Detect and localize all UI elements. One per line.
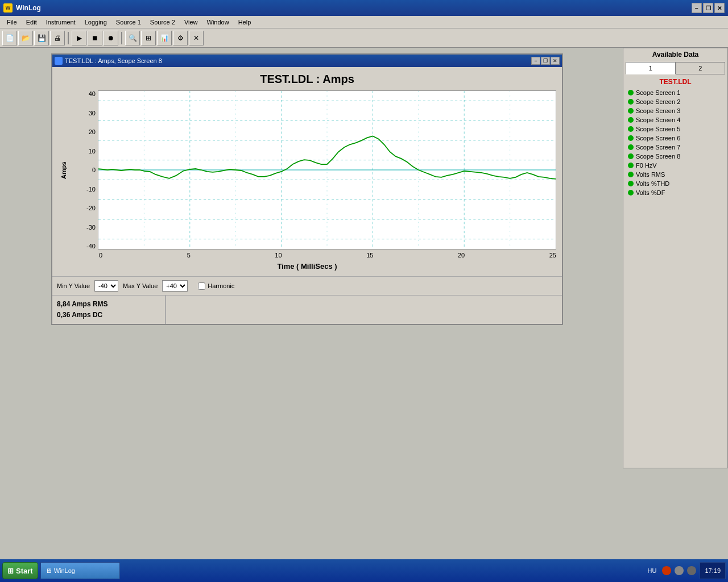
data-item-1[interactable]: Scope Screen 2 <box>626 97 725 106</box>
data-item-6[interactable]: Scope Screen 7 <box>626 143 725 152</box>
app-icon: W <box>3 3 13 13</box>
x-tick-15: 15 <box>366 252 373 259</box>
min-y-label: Min Y Value <box>57 282 90 289</box>
x-tick-10: 10 <box>275 252 282 259</box>
toolbar-btn-print[interactable]: 🖨 <box>50 31 65 45</box>
data-item-label-0: Scope Screen 1 <box>636 89 680 96</box>
data-item-0[interactable]: Scope Screen 1 <box>626 88 725 97</box>
toolbar-btn-new[interactable]: 📄 <box>2 31 17 45</box>
y-axis-labels: 40 30 20 10 0 -10 -20 -30 -40 <box>69 90 98 250</box>
title-bar: W WinLog − ❐ ✕ <box>0 0 728 16</box>
data-item-4[interactable]: Scope Screen 5 <box>626 124 725 134</box>
min-y-select[interactable]: -40 -20 -10 <box>94 280 118 292</box>
dc-value: 0,36 Amps DC <box>57 310 160 321</box>
chart-svg[interactable] <box>98 90 556 250</box>
data-item-8[interactable]: F0 HzV <box>626 161 725 170</box>
data-item-11[interactable]: Volts %DF <box>626 188 725 197</box>
menu-item-window[interactable]: Window <box>202 18 234 27</box>
y-tick-20: 20 <box>89 128 96 135</box>
x-axis-labels: 0 5 10 15 20 25 <box>99 252 556 259</box>
data-item-label-7: Scope Screen 8 <box>636 153 680 160</box>
start-label: Start <box>16 567 33 575</box>
data-tab-2[interactable]: 2 <box>676 62 726 74</box>
data-item-dot-0 <box>628 90 634 95</box>
data-items-list: Scope Screen 1Scope Screen 2Scope Screen… <box>626 88 725 197</box>
toolbar-btn-close[interactable]: ✕ <box>189 31 204 45</box>
harmonic-checkbox-container: Harmonic <box>198 282 234 290</box>
chart-plot <box>98 90 556 251</box>
close-button[interactable]: ✕ <box>714 3 725 13</box>
chart-close-button[interactable]: ✕ <box>551 57 560 65</box>
toolbar-btn-chart[interactable]: 📊 <box>157 31 172 45</box>
toolbar-btn-stop[interactable]: ⏹ <box>88 31 102 45</box>
x-tick-0: 0 <box>99 252 102 259</box>
data-item-label-2: Scope Screen 3 <box>636 107 680 114</box>
menu-item-instrument[interactable]: Instrument <box>42 18 80 27</box>
system-icon-3 <box>687 566 696 575</box>
menu-item-source-1[interactable]: Source 1 <box>111 18 146 27</box>
winlog-taskbar-button[interactable]: 🖥 WinLog <box>40 562 120 579</box>
data-item-label-3: Scope Screen 4 <box>636 117 680 123</box>
available-data-panel: Available Data 1 2 TEST.LDL Scope Screen… <box>623 48 728 468</box>
data-item-dot-10 <box>628 181 634 186</box>
harmonic-checkbox[interactable] <box>198 282 205 290</box>
data-item-9[interactable]: Volts RMS <box>626 170 725 179</box>
menu-item-file[interactable]: File <box>2 18 22 27</box>
data-item-3[interactable]: Scope Screen 4 <box>626 115 725 124</box>
menu-item-source-2[interactable]: Source 2 <box>146 18 180 27</box>
data-item-label-11: Volts %DF <box>636 189 665 196</box>
stats-bar: 8,84 Amps RMS 0,36 Amps DC <box>52 295 562 324</box>
data-item-label-4: Scope Screen 5 <box>636 126 680 132</box>
data-item-10[interactable]: Volts %THD <box>626 179 725 188</box>
data-item-dot-3 <box>628 117 634 123</box>
chart-title-bar: TEST.LDL : Amps, Scope Screen 8 − ❐ ✕ <box>52 55 562 67</box>
windows-logo: ⊞ <box>7 567 14 575</box>
data-source-label: TEST.LDL <box>626 78 725 86</box>
taskbar: ⊞ Start 🖥 WinLog HU 17:19 <box>0 559 728 582</box>
data-item-dot-7 <box>628 153 634 159</box>
data-item-2[interactable]: Scope Screen 3 <box>626 106 725 115</box>
menu-item-help[interactable]: Help <box>234 18 256 27</box>
chart-restore-button[interactable]: ❐ <box>541 57 550 65</box>
start-button[interactable]: ⊞ Start <box>2 562 38 579</box>
data-item-dot-5 <box>628 135 634 141</box>
rms-value: 8,84 Amps RMS <box>57 299 160 310</box>
minimize-button[interactable]: − <box>692 3 702 13</box>
data-item-label-5: Scope Screen 6 <box>636 135 680 142</box>
chart-window-title: TEST.LDL : Amps, Scope Screen 8 <box>65 57 531 64</box>
toolbar-btn-grid[interactable]: ⊞ <box>141 31 156 45</box>
data-item-dot-8 <box>628 163 634 168</box>
chart-window-controls: − ❐ ✕ <box>531 57 560 65</box>
data-item-7[interactable]: Scope Screen 8 <box>626 152 725 161</box>
toolbar-btn-zoom[interactable]: 🔍 <box>125 31 140 45</box>
y-tick-n20: -20 <box>86 205 96 211</box>
restore-button[interactable]: ❐ <box>703 3 713 13</box>
data-item-label-6: Scope Screen 7 <box>636 144 680 151</box>
toolbar-separator-2 <box>121 32 122 44</box>
chart-window: TEST.LDL : Amps, Scope Screen 8 − ❐ ✕ TE… <box>51 53 563 325</box>
max-y-select[interactable]: +40 +20 +10 <box>162 280 188 292</box>
menu-item-logging[interactable]: Logging <box>80 18 111 27</box>
data-item-dot-6 <box>628 144 634 150</box>
menu-item-view[interactable]: View <box>180 18 202 27</box>
winlog-taskbar-label: WinLog <box>54 567 75 574</box>
menu-item-edit[interactable]: Edit <box>22 18 42 27</box>
y-tick-10: 10 <box>89 148 96 155</box>
toolbar-btn-open[interactable]: 📂 <box>18 31 33 45</box>
data-item-dot-2 <box>628 108 634 114</box>
data-item-5[interactable]: Scope Screen 6 <box>626 134 725 143</box>
data-item-dot-1 <box>628 99 634 105</box>
chart-title: TEST.LDL : Amps <box>58 73 556 86</box>
harmonic-label: Harmonic <box>208 282 234 289</box>
toolbar-btn-play[interactable]: ▶ <box>72 31 86 45</box>
y-axis-label: Amps <box>58 90 69 251</box>
y-tick-0: 0 <box>92 167 96 173</box>
toolbar-btn-record[interactable]: ⏺ <box>104 31 118 45</box>
app-title: WinLog <box>16 4 692 12</box>
toolbar-btn-settings[interactable]: ⚙ <box>173 31 188 45</box>
data-tab-1[interactable]: 1 <box>626 62 676 74</box>
menu-bar: FileEditInstrumentLoggingSource 1Source … <box>0 16 728 28</box>
chart-minimize-button[interactable]: − <box>531 57 540 65</box>
toolbar-btn-save[interactable]: 💾 <box>34 31 49 45</box>
taskbar-right: HU 17:19 <box>646 562 726 579</box>
